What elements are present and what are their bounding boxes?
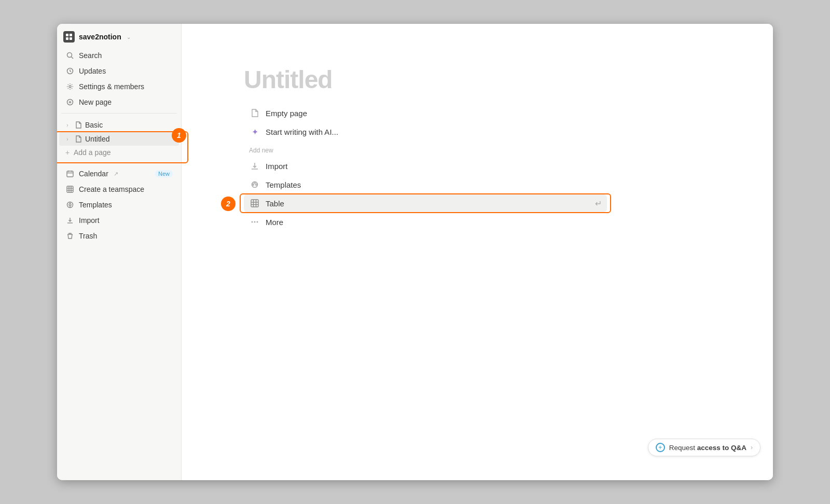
sidebar-item-trash[interactable]: Trash bbox=[59, 229, 179, 243]
calendar-icon bbox=[65, 169, 75, 178]
calendar-label: Calendar bbox=[79, 170, 108, 178]
sidebar-item-updates[interactable]: Updates bbox=[59, 64, 179, 78]
templates-option-label: Templates bbox=[266, 180, 301, 189]
sidebar-item-teamspace[interactable]: Create a teamspace bbox=[59, 182, 179, 197]
clock-icon bbox=[65, 66, 75, 76]
svg-line-5 bbox=[72, 57, 74, 59]
options-list: Empty page ✦ Start writing with AI... Ad… bbox=[244, 104, 607, 231]
sidebar-divider-1 bbox=[61, 113, 177, 114]
svg-rect-1 bbox=[70, 34, 72, 36]
download-icon bbox=[249, 160, 260, 172]
document-icon-2 bbox=[74, 134, 83, 144]
ai-writing-label: Start writing with AI... bbox=[266, 128, 338, 136]
empty-page-icon bbox=[249, 107, 260, 119]
svg-rect-11 bbox=[67, 171, 73, 177]
settings-label: Settings & members bbox=[79, 82, 144, 91]
teamspace-icon bbox=[65, 185, 75, 194]
svg-point-21 bbox=[69, 204, 71, 206]
request-chevron-icon: › bbox=[751, 444, 753, 451]
workspace-icon bbox=[63, 31, 75, 43]
pages-section: › Basic › bbox=[57, 118, 181, 159]
sidebar-item-import[interactable]: Import bbox=[59, 213, 179, 228]
request-access-label: Request access to Q&A bbox=[669, 444, 746, 452]
import-option-label: Import bbox=[266, 162, 288, 171]
page-basic-label: Basic bbox=[85, 121, 103, 129]
page-title[interactable]: Untitled bbox=[244, 65, 333, 94]
sidebar-item-templates[interactable]: Templates bbox=[59, 198, 179, 212]
main-content: Untitled Empty page ✦ Start writing with… bbox=[182, 24, 773, 480]
sidebar-add-page[interactable]: + Add a page bbox=[59, 146, 179, 159]
sidebar-item-settings[interactable]: Settings & members bbox=[59, 79, 179, 94]
svg-rect-30 bbox=[251, 200, 258, 207]
svg-rect-3 bbox=[70, 37, 72, 40]
svg-rect-0 bbox=[66, 34, 68, 36]
workspace-header[interactable]: save2notion ⌄ bbox=[57, 28, 181, 46]
sidebar-page-untitled[interactable]: › Untitled bbox=[59, 132, 179, 146]
teamspace-label: Create a teamspace bbox=[79, 185, 144, 193]
svg-rect-15 bbox=[67, 186, 73, 192]
sidebar-item-new-page[interactable]: New page bbox=[59, 95, 179, 109]
option-more[interactable]: More bbox=[244, 213, 607, 231]
annotation-1: 1 bbox=[172, 128, 186, 143]
trash-label: Trash bbox=[79, 232, 97, 240]
page-untitled-label: Untitled bbox=[85, 135, 109, 143]
svg-point-27 bbox=[253, 184, 254, 186]
external-link-icon: ↗ bbox=[114, 171, 118, 177]
svg-point-37 bbox=[257, 221, 258, 223]
new-page-label: New page bbox=[79, 98, 112, 106]
plus-circle-icon bbox=[65, 97, 75, 107]
trash-icon bbox=[65, 231, 75, 241]
sidebar-item-calendar[interactable]: Calendar ↗ New bbox=[59, 166, 179, 181]
templates-option-icon bbox=[249, 179, 260, 190]
import-icon bbox=[65, 216, 75, 225]
plus-icon: + bbox=[63, 148, 72, 157]
sidebar-divider-2 bbox=[61, 162, 177, 163]
workspace-name: save2notion bbox=[79, 33, 121, 41]
add-new-label: Add new bbox=[249, 147, 607, 154]
templates-icon bbox=[65, 200, 75, 209]
svg-point-4 bbox=[67, 53, 72, 58]
enter-hint: ↵ bbox=[595, 199, 602, 208]
search-label: Search bbox=[79, 51, 102, 60]
templates-label: Templates bbox=[79, 201, 112, 209]
svg-point-28 bbox=[256, 184, 257, 186]
sidebar-item-search[interactable]: Search bbox=[59, 48, 179, 63]
ai-icon: ✦ bbox=[249, 126, 260, 137]
updates-label: Updates bbox=[79, 67, 106, 75]
chevron-right-icon: › bbox=[63, 121, 72, 129]
add-page-label: Add a page bbox=[74, 148, 111, 157]
chevron-right-icon-2: › bbox=[63, 135, 72, 143]
dots-icon bbox=[249, 216, 260, 228]
empty-page-label: Empty page bbox=[266, 109, 307, 118]
document-icon bbox=[74, 120, 83, 130]
svg-rect-2 bbox=[66, 37, 68, 40]
import-label: Import bbox=[79, 216, 100, 225]
table-icon bbox=[249, 198, 260, 209]
svg-point-7 bbox=[69, 86, 71, 88]
table-option-wrapper: Table ↵ 2 bbox=[244, 194, 607, 212]
table-option-label: Table bbox=[266, 199, 284, 208]
option-templates[interactable]: Templates bbox=[244, 176, 607, 193]
gear-icon bbox=[65, 82, 75, 91]
option-import[interactable]: Import bbox=[244, 157, 607, 175]
search-icon bbox=[65, 51, 75, 60]
option-ai-writing[interactable]: ✦ Start writing with AI... bbox=[244, 123, 607, 141]
svg-point-36 bbox=[254, 221, 256, 223]
calendar-new-badge: New bbox=[155, 170, 173, 177]
svg-point-29 bbox=[254, 182, 256, 184]
sidebar-page-basic[interactable]: › Basic bbox=[59, 118, 179, 132]
option-empty-page[interactable]: Empty page bbox=[244, 104, 607, 122]
request-plain: Request bbox=[669, 444, 697, 452]
more-option-label: More bbox=[266, 218, 283, 227]
workspace-chevron-icon: ⌄ bbox=[127, 34, 131, 40]
request-access-button[interactable]: + Request access to Q&A › bbox=[648, 439, 760, 456]
request-access-icon: + bbox=[656, 443, 665, 452]
option-table[interactable]: Table ↵ bbox=[244, 194, 607, 212]
request-bold: access to Q&A bbox=[697, 444, 746, 452]
svg-point-35 bbox=[252, 221, 253, 223]
annotation-2: 2 bbox=[221, 197, 236, 211]
